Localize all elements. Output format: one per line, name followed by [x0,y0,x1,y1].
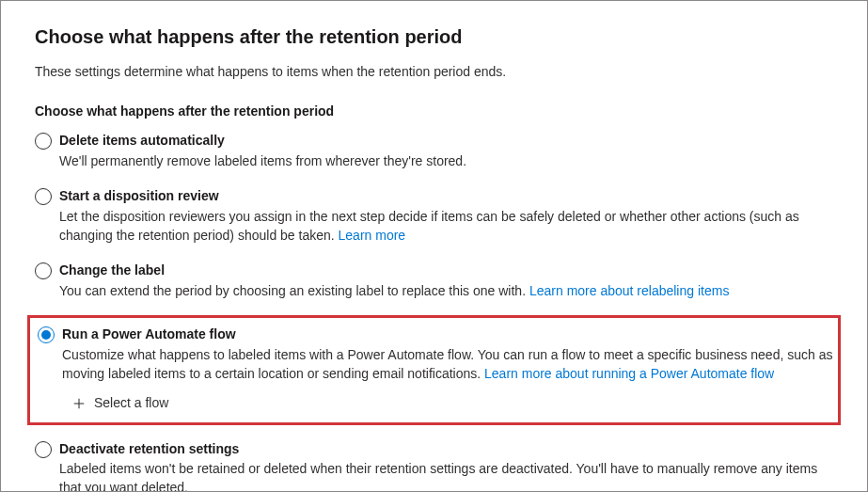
option-power-automate-desc: Customize what happens to labeled items … [62,346,834,383]
option-power-automate[interactable]: Run a Power Automate flow Customize what… [34,324,834,385]
radio-deactivate[interactable] [35,441,52,458]
option-change-label[interactable]: Change the label You can extend the peri… [35,260,833,302]
option-disposition[interactable]: Start a disposition review Let the dispo… [35,185,833,246]
option-disposition-label: Start a disposition review [59,187,833,206]
option-change-label-label: Change the label [59,262,833,280]
highlight-box-power-automate: Run a Power Automate flow Customize what… [27,315,841,424]
radio-power-automate[interactable] [38,326,55,343]
section-heading: Choose what happens after the retention … [35,103,833,121]
option-change-label-desc: You can extend the period by choosing an… [59,282,833,301]
page-title: Choose what happens after the retention … [35,24,833,50]
link-relabeling-learn-more[interactable]: Learn more about relabeling items [529,283,729,298]
option-delete-body: Delete items automatically We'll permane… [59,132,833,170]
plus-icon [71,396,87,411]
option-change-label-desc-text: You can extend the period by choosing an… [59,283,529,298]
select-flow-button[interactable]: Select a flow [71,394,834,413]
option-disposition-body: Start a disposition review Let the dispo… [59,187,833,245]
link-power-automate-learn-more[interactable]: Learn more about running a Power Automat… [484,366,774,381]
option-deactivate[interactable]: Deactivate retention settings Labeled it… [35,438,833,492]
radio-delete[interactable] [35,133,52,150]
option-deactivate-desc: Labeled items won't be retained or delet… [59,460,833,492]
radio-change-label[interactable] [35,262,52,279]
option-delete-desc: We'll permanently remove labeled items f… [59,152,833,171]
option-deactivate-label: Deactivate retention settings [59,440,833,459]
option-deactivate-body: Deactivate retention settings Labeled it… [59,440,833,492]
option-disposition-desc-text: Let the disposition reviewers you assign… [59,209,799,243]
link-disposition-learn-more[interactable]: Learn more [339,228,406,243]
option-delete[interactable]: Delete items automatically We'll permane… [35,130,833,172]
option-disposition-desc: Let the disposition reviewers you assign… [59,208,833,245]
option-power-automate-body: Run a Power Automate flow Customize what… [62,325,834,383]
option-power-automate-label: Run a Power Automate flow [62,325,834,344]
option-change-label-body: Change the label You can extend the peri… [59,262,833,300]
radio-disposition[interactable] [35,188,52,205]
page-subtitle: These settings determine what happens to… [35,63,833,82]
select-flow-label: Select a flow [94,394,168,413]
option-delete-label: Delete items automatically [59,132,833,151]
